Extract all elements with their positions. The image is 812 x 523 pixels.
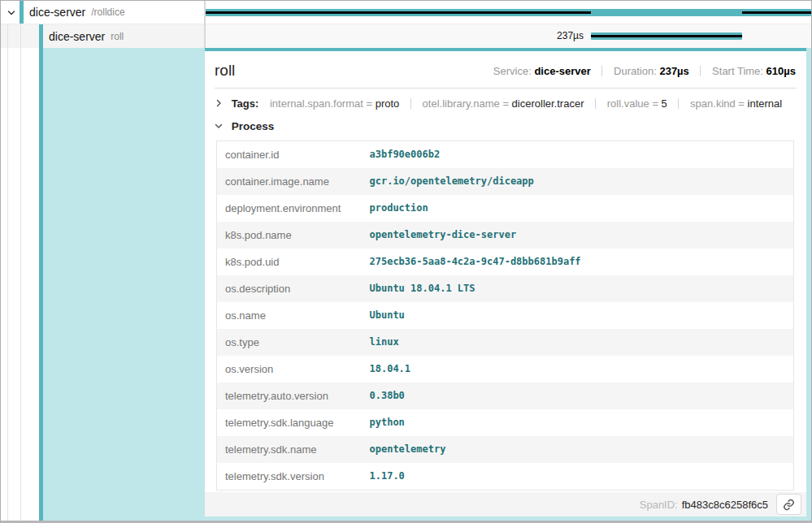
chevron-down-icon bbox=[215, 122, 223, 130]
table-row: telemetry.sdk.languagepython bbox=[217, 409, 794, 436]
table-row: telemetry.auto.version0.38b0 bbox=[217, 383, 794, 409]
span-title: roll bbox=[215, 62, 235, 80]
tree-indent-guide bbox=[7, 24, 8, 48]
tag-item: roll.value = 5 bbox=[607, 97, 667, 110]
link-icon bbox=[783, 499, 795, 511]
tag-divider bbox=[678, 98, 679, 109]
duration-label: Duration: bbox=[614, 65, 657, 77]
critical-path-segment bbox=[205, 11, 591, 14]
span-service-name: dice-server bbox=[49, 30, 105, 43]
tree-indent-guide bbox=[7, 48, 8, 521]
table-row: container.ida3bf90e006b2 bbox=[217, 141, 794, 169]
column-resizer[interactable] bbox=[204, 1, 206, 48]
tag-item: span.kind = internal bbox=[690, 97, 782, 110]
span-row-roll[interactable]: dice-server roll bbox=[1, 24, 204, 48]
spanid-label: SpanID: bbox=[640, 499, 678, 511]
span-color-bar bbox=[39, 48, 43, 521]
duration-value: 237µs bbox=[659, 65, 688, 77]
table-row: deployment.environmentproduction bbox=[217, 195, 794, 222]
span-color-bar bbox=[39, 24, 43, 48]
start-time-value: 610µs bbox=[766, 65, 796, 77]
process-label: Process bbox=[232, 120, 275, 132]
critical-path-segment bbox=[591, 35, 742, 37]
span-detail-row: roll Service: dice-server Duration: 237µ… bbox=[1, 48, 811, 521]
span-detail-panel: roll Service: dice-server Duration: 237µ… bbox=[205, 48, 806, 517]
table-row: telemetry.sdk.version1.17.0 bbox=[217, 463, 794, 491]
span-operation-name: roll bbox=[111, 31, 124, 42]
span-meta: Service: dice-server Duration: 237µs Sta… bbox=[493, 65, 796, 80]
tree-indent-guide bbox=[20, 24, 21, 48]
table-row: k8s.pod.uid275ecb36-5aa8-4c2a-9c47-d8bb6… bbox=[217, 249, 794, 275]
span-name-column: dice-server /rolldice dice-server roll bbox=[1, 1, 205, 48]
table-row: os.version18.04.1 bbox=[217, 356, 794, 383]
chevron-down-icon[interactable] bbox=[7, 8, 16, 18]
span-service-name: dice-server bbox=[29, 6, 85, 19]
critical-path-segment bbox=[742, 11, 811, 14]
tag-divider bbox=[595, 98, 596, 109]
copy-span-link-button[interactable] bbox=[776, 494, 801, 515]
span-detail-footer: SpanID: fb483c8c6258f6c5 bbox=[205, 492, 806, 517]
table-row: telemetry.sdk.nameopentelemetry bbox=[217, 436, 794, 463]
tags-accordion-toggle[interactable]: Tags: internal.span.format = proto otel.… bbox=[205, 89, 806, 110]
meta-divider bbox=[700, 66, 701, 76]
span-color-bar bbox=[20, 1, 24, 24]
chevron-right-icon bbox=[215, 99, 223, 107]
jaeger-trace-detail-window: 237µs dice-server /rolldice dice-server … bbox=[0, 0, 812, 523]
service-value: dice-server bbox=[534, 65, 590, 77]
trace-timeline: 237µs bbox=[205, 1, 811, 48]
span-detail-header: roll Service: dice-server Duration: 237µ… bbox=[205, 51, 806, 88]
meta-divider bbox=[601, 66, 602, 76]
table-row: os.typelinux bbox=[217, 329, 794, 356]
span-row-rolldice[interactable]: dice-server /rolldice bbox=[1, 1, 204, 24]
spanid-value: fb483c8c6258f6c5 bbox=[682, 499, 768, 511]
tag-item: otel.library.name = diceroller.tracer bbox=[423, 97, 584, 110]
table-row: os.nameUbuntu bbox=[217, 302, 794, 329]
tree-indent-guide bbox=[20, 48, 21, 521]
tag-item: internal.span.format = proto bbox=[270, 97, 399, 110]
start-time-label: Start Time: bbox=[712, 65, 763, 77]
tags-label: Tags: bbox=[232, 97, 259, 110]
process-accordion-toggle[interactable]: Process bbox=[205, 110, 806, 132]
tag-divider bbox=[410, 98, 411, 109]
span-operation-name: /rolldice bbox=[91, 6, 124, 18]
span-duration-label: 237µs bbox=[557, 30, 584, 41]
table-row: container.image.namegcr.io/opentelemetry… bbox=[217, 168, 794, 195]
timeline-row-roll: 237µs bbox=[205, 24, 811, 48]
process-kv-table: container.ida3bf90e006b2 container.image… bbox=[216, 140, 794, 491]
timeline-row-rolldice bbox=[205, 1, 811, 24]
table-row: os.descriptionUbuntu 18.04.1 LTS bbox=[217, 275, 794, 302]
table-row: k8s.pod.nameopentelemetry-dice-server bbox=[217, 222, 794, 249]
service-label: Service: bbox=[493, 65, 532, 77]
